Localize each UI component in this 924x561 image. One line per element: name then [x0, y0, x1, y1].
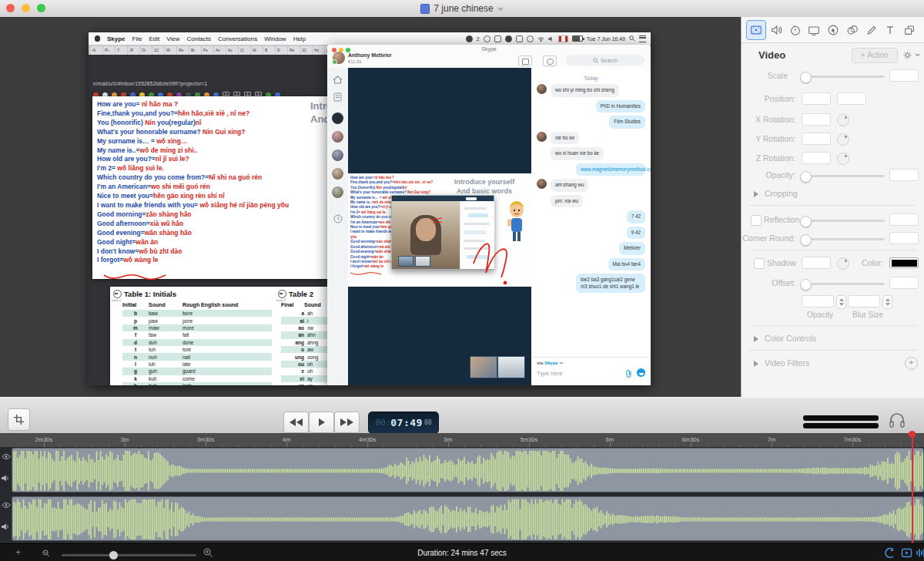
screen-recording-icon[interactable]	[805, 21, 823, 39]
reflection-slider[interactable]	[802, 220, 885, 222]
menu-item[interactable]: File	[132, 35, 142, 42]
y-rotation-dial[interactable]	[837, 133, 849, 146]
headphones-monitor-icon[interactable]	[888, 411, 906, 429]
browser-tab[interactable]: M:	[251, 46, 263, 55]
media-library-icon[interactable]	[900, 21, 919, 39]
video-filters-disclosure-icon[interactable]	[754, 361, 758, 367]
shadow-opacity-stepper[interactable]	[836, 295, 846, 309]
track-1-clip[interactable]	[12, 448, 924, 492]
via-skype-label[interactable]: via Skype	[537, 361, 564, 365]
editing-canvas[interactable]: SkypeFileEditViewContactsConversationsWi…	[0, 17, 741, 397]
pinyin-tables-panel[interactable]: track 1 Table 1: Initials InitialSoundRo…	[110, 287, 331, 385]
browser-tab[interactable]: Cl	[239, 46, 250, 55]
call-avatar-icon[interactable]	[332, 113, 343, 124]
loop-curve-icon[interactable]	[884, 547, 896, 559]
scale-slider[interactable]	[802, 76, 885, 78]
opacity-slider[interactable]	[802, 175, 885, 177]
color-controls-row[interactable]: Color Controls	[742, 332, 924, 346]
fast-forward-button[interactable]	[334, 412, 360, 433]
corner-round-field[interactable]	[889, 232, 919, 244]
playhead-line[interactable]	[912, 433, 913, 543]
chinese-phrase-document[interactable]: How are you= nǐ hǎo ma ?Fine,thank you,a…	[92, 96, 329, 279]
contact-avatar[interactable]	[332, 149, 343, 161]
shadow-angle-field[interactable]	[802, 257, 831, 269]
browser-tab[interactable]: Pt	[103, 46, 115, 55]
menu-item[interactable]: Contacts	[186, 35, 211, 42]
opacity-field[interactable]	[889, 169, 919, 181]
menu-item[interactable]: Help	[293, 35, 306, 42]
z-rotation-field[interactable]	[802, 152, 831, 164]
rewind-button[interactable]	[283, 412, 309, 433]
emoji-icon[interactable]	[637, 368, 645, 377]
cropping-disclosure-icon[interactable]	[754, 191, 758, 197]
audio-waveform-icon[interactable]	[916, 547, 924, 559]
callout-icon[interactable]	[824, 21, 842, 39]
browser-tab[interactable]: B	[263, 46, 275, 55]
menu-item[interactable]: Conversations	[218, 35, 257, 42]
blur-size-stepper[interactable]	[882, 295, 892, 309]
play-button[interactable]	[309, 412, 334, 433]
zoom-in-icon[interactable]	[203, 548, 213, 558]
reflection-checkbox[interactable]	[751, 215, 762, 226]
zoom-out-icon[interactable]	[42, 549, 50, 557]
z-rotation-dial[interactable]	[837, 153, 849, 165]
browser-tab[interactable]: D	[276, 46, 287, 55]
add-track-button[interactable]: +	[15, 547, 21, 558]
media-clip-icon[interactable]	[901, 547, 912, 559]
zoom-slider-thumb[interactable]	[109, 551, 118, 559]
browser-tab[interactable]: 7:	[116, 46, 127, 55]
browser-tab[interactable]: Re	[177, 46, 189, 55]
color-controls-disclosure-icon[interactable]	[754, 336, 758, 342]
contact-avatar[interactable]	[332, 186, 343, 198]
crop-mode-button[interactable]	[8, 408, 30, 431]
track-2-clip[interactable]	[12, 496, 924, 541]
video-filters-row[interactable]: Video Filters +	[742, 357, 924, 371]
playhead-handle[interactable]	[909, 431, 916, 438]
track-2-visibility-icon[interactable]	[2, 502, 11, 509]
inspector-settings[interactable]	[902, 49, 920, 61]
shadow-angle-dial[interactable]	[837, 257, 849, 270]
browser-tab[interactable]: 1C	[300, 46, 312, 55]
track-1-visibility-icon[interactable]	[2, 453, 11, 460]
contact-avatar[interactable]	[332, 168, 343, 180]
video-properties-icon[interactable]	[746, 20, 766, 40]
transitions-icon[interactable]	[843, 21, 862, 39]
cropping-row[interactable]: Cropping	[742, 187, 924, 201]
recorded-screen-clip[interactable]: SkypeFileEditViewContactsConversationsWi…	[89, 32, 651, 385]
contacts-icon[interactable]	[333, 92, 342, 102]
skype-user-avatar[interactable]	[333, 52, 345, 64]
track-2-mute-icon[interactable]	[2, 523, 10, 530]
skype-search-field[interactable]: Search	[566, 55, 644, 66]
browser-tab-strip[interactable]: AiPt7:JFOi1CW:ReBrPsAnAcClM:BDRe1CHsAn	[89, 45, 333, 55]
browser-tab[interactable]: Ai	[91, 46, 102, 55]
shadow-checkbox[interactable]	[754, 258, 765, 269]
audio-properties-icon[interactable]	[767, 21, 785, 39]
offset-slider[interactable]	[802, 283, 885, 285]
chat-input-field[interactable]: Type here	[537, 370, 562, 377]
blur-size-field[interactable]	[848, 295, 880, 307]
shadow-opacity-field[interactable]	[802, 295, 834, 307]
chat-bubble-link[interactable]: www.magneticmemorymethod.com	[576, 163, 645, 176]
webcam-float-window[interactable]	[391, 195, 494, 270]
menu-item-app[interactable]: Skype	[107, 35, 126, 42]
title-chevron-icon[interactable]	[497, 7, 504, 11]
offset-field[interactable]	[889, 277, 919, 289]
browser-tab[interactable]: Ac	[226, 46, 238, 55]
history-clock-icon[interactable]	[333, 214, 343, 223]
browser-url[interactable]: n/mail/u/0/#inbox/1552852b8cfe09ff?proje…	[93, 81, 207, 86]
reflection-field[interactable]	[889, 213, 919, 226]
shadow-color-swatch[interactable]	[889, 257, 919, 268]
timeline-zoom-slider[interactable]	[62, 554, 196, 556]
browser-tab[interactable]: Re	[288, 46, 300, 55]
scale-field[interactable]	[889, 69, 919, 82]
track-1-mute-icon[interactable]	[2, 475, 10, 482]
browser-tab[interactable]: 1C	[152, 46, 164, 55]
corner-round-slider[interactable]	[802, 238, 885, 240]
browser-tab[interactable]: An	[214, 46, 226, 55]
skype-dialpad-button[interactable]	[543, 55, 557, 66]
browser-tab[interactable]: Ps	[202, 46, 213, 55]
browser-tab[interactable]: Br	[189, 46, 201, 55]
call-thumbnail-people[interactable]	[470, 356, 497, 378]
attach-paperclip-icon[interactable]	[625, 369, 632, 378]
annotations-icon[interactable]	[862, 21, 881, 39]
